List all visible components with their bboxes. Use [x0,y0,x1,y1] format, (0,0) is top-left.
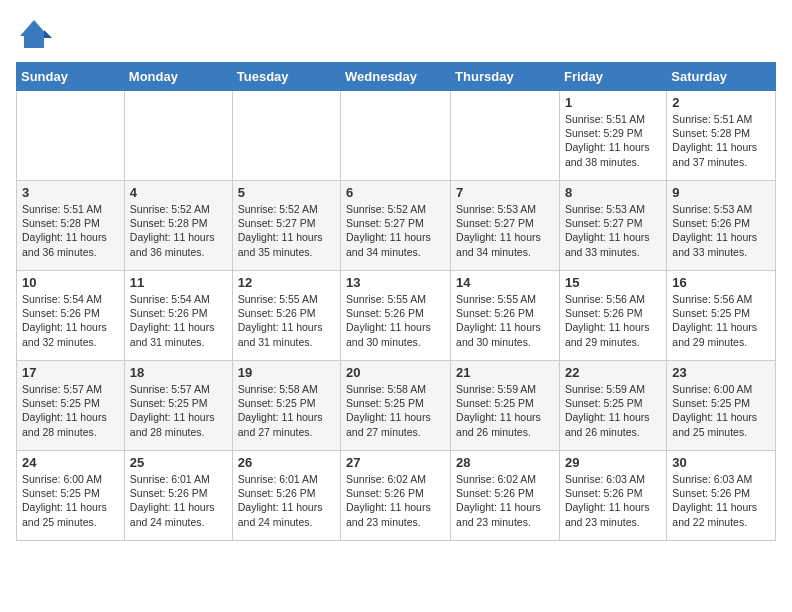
day-number: 18 [130,365,227,380]
day-info: Sunrise: 6:02 AM Sunset: 5:26 PM Dayligh… [456,472,554,529]
logo [16,16,56,52]
week-row-1: 1Sunrise: 5:51 AM Sunset: 5:29 PM Daylig… [17,91,776,181]
calendar-cell: 27Sunrise: 6:02 AM Sunset: 5:26 PM Dayli… [341,451,451,541]
day-number: 30 [672,455,770,470]
calendar-cell: 11Sunrise: 5:54 AM Sunset: 5:26 PM Dayli… [124,271,232,361]
calendar-cell [232,91,340,181]
day-number: 6 [346,185,445,200]
day-number: 2 [672,95,770,110]
day-number: 4 [130,185,227,200]
calendar-cell: 30Sunrise: 6:03 AM Sunset: 5:26 PM Dayli… [667,451,776,541]
day-number: 5 [238,185,335,200]
day-info: Sunrise: 5:51 AM Sunset: 5:28 PM Dayligh… [22,202,119,259]
day-number: 23 [672,365,770,380]
day-info: Sunrise: 5:55 AM Sunset: 5:26 PM Dayligh… [238,292,335,349]
weekday-header-saturday: Saturday [667,63,776,91]
day-number: 16 [672,275,770,290]
day-info: Sunrise: 5:53 AM Sunset: 5:26 PM Dayligh… [672,202,770,259]
calendar-body: 1Sunrise: 5:51 AM Sunset: 5:29 PM Daylig… [17,91,776,541]
day-number: 24 [22,455,119,470]
day-info: Sunrise: 5:58 AM Sunset: 5:25 PM Dayligh… [238,382,335,439]
calendar-cell: 16Sunrise: 5:56 AM Sunset: 5:25 PM Dayli… [667,271,776,361]
weekday-header-tuesday: Tuesday [232,63,340,91]
week-row-2: 3Sunrise: 5:51 AM Sunset: 5:28 PM Daylig… [17,181,776,271]
calendar-cell: 3Sunrise: 5:51 AM Sunset: 5:28 PM Daylig… [17,181,125,271]
calendar-cell: 1Sunrise: 5:51 AM Sunset: 5:29 PM Daylig… [559,91,666,181]
week-row-3: 10Sunrise: 5:54 AM Sunset: 5:26 PM Dayli… [17,271,776,361]
calendar-cell: 23Sunrise: 6:00 AM Sunset: 5:25 PM Dayli… [667,361,776,451]
day-info: Sunrise: 5:53 AM Sunset: 5:27 PM Dayligh… [565,202,661,259]
logo-icon [16,16,52,52]
calendar-cell: 18Sunrise: 5:57 AM Sunset: 5:25 PM Dayli… [124,361,232,451]
calendar-cell: 13Sunrise: 5:55 AM Sunset: 5:26 PM Dayli… [341,271,451,361]
day-number: 10 [22,275,119,290]
day-info: Sunrise: 5:57 AM Sunset: 5:25 PM Dayligh… [22,382,119,439]
day-number: 7 [456,185,554,200]
calendar-cell: 2Sunrise: 5:51 AM Sunset: 5:28 PM Daylig… [667,91,776,181]
day-number: 17 [22,365,119,380]
svg-marker-0 [20,20,48,48]
day-info: Sunrise: 5:59 AM Sunset: 5:25 PM Dayligh… [565,382,661,439]
day-info: Sunrise: 5:56 AM Sunset: 5:26 PM Dayligh… [565,292,661,349]
day-info: Sunrise: 5:54 AM Sunset: 5:26 PM Dayligh… [130,292,227,349]
day-number: 12 [238,275,335,290]
day-info: Sunrise: 5:56 AM Sunset: 5:25 PM Dayligh… [672,292,770,349]
calendar-cell [124,91,232,181]
day-info: Sunrise: 6:00 AM Sunset: 5:25 PM Dayligh… [22,472,119,529]
week-row-5: 24Sunrise: 6:00 AM Sunset: 5:25 PM Dayli… [17,451,776,541]
week-row-4: 17Sunrise: 5:57 AM Sunset: 5:25 PM Dayli… [17,361,776,451]
day-info: Sunrise: 6:01 AM Sunset: 5:26 PM Dayligh… [238,472,335,529]
day-number: 3 [22,185,119,200]
calendar-cell: 28Sunrise: 6:02 AM Sunset: 5:26 PM Dayli… [451,451,560,541]
calendar-cell: 8Sunrise: 5:53 AM Sunset: 5:27 PM Daylig… [559,181,666,271]
calendar-cell: 25Sunrise: 6:01 AM Sunset: 5:26 PM Dayli… [124,451,232,541]
day-number: 26 [238,455,335,470]
day-number: 11 [130,275,227,290]
calendar-cell: 22Sunrise: 5:59 AM Sunset: 5:25 PM Dayli… [559,361,666,451]
day-info: Sunrise: 5:53 AM Sunset: 5:27 PM Dayligh… [456,202,554,259]
weekday-header-thursday: Thursday [451,63,560,91]
day-info: Sunrise: 6:01 AM Sunset: 5:26 PM Dayligh… [130,472,227,529]
weekday-header-wednesday: Wednesday [341,63,451,91]
calendar-cell: 12Sunrise: 5:55 AM Sunset: 5:26 PM Dayli… [232,271,340,361]
day-number: 20 [346,365,445,380]
calendar-cell: 6Sunrise: 5:52 AM Sunset: 5:27 PM Daylig… [341,181,451,271]
weekday-header-friday: Friday [559,63,666,91]
day-number: 9 [672,185,770,200]
day-info: Sunrise: 5:54 AM Sunset: 5:26 PM Dayligh… [22,292,119,349]
day-number: 14 [456,275,554,290]
calendar-cell: 17Sunrise: 5:57 AM Sunset: 5:25 PM Dayli… [17,361,125,451]
day-info: Sunrise: 5:57 AM Sunset: 5:25 PM Dayligh… [130,382,227,439]
day-number: 25 [130,455,227,470]
day-info: Sunrise: 5:59 AM Sunset: 5:25 PM Dayligh… [456,382,554,439]
day-info: Sunrise: 5:55 AM Sunset: 5:26 PM Dayligh… [456,292,554,349]
calendar-cell: 20Sunrise: 5:58 AM Sunset: 5:25 PM Dayli… [341,361,451,451]
day-info: Sunrise: 6:03 AM Sunset: 5:26 PM Dayligh… [565,472,661,529]
day-info: Sunrise: 5:55 AM Sunset: 5:26 PM Dayligh… [346,292,445,349]
calendar-cell: 15Sunrise: 5:56 AM Sunset: 5:26 PM Dayli… [559,271,666,361]
calendar-cell [451,91,560,181]
weekday-header-row: SundayMondayTuesdayWednesdayThursdayFrid… [17,63,776,91]
day-info: Sunrise: 6:03 AM Sunset: 5:26 PM Dayligh… [672,472,770,529]
calendar-cell: 26Sunrise: 6:01 AM Sunset: 5:26 PM Dayli… [232,451,340,541]
calendar-cell: 24Sunrise: 6:00 AM Sunset: 5:25 PM Dayli… [17,451,125,541]
day-number: 29 [565,455,661,470]
day-number: 27 [346,455,445,470]
calendar-cell: 7Sunrise: 5:53 AM Sunset: 5:27 PM Daylig… [451,181,560,271]
svg-marker-1 [44,30,52,38]
day-number: 15 [565,275,661,290]
day-info: Sunrise: 5:51 AM Sunset: 5:28 PM Dayligh… [672,112,770,169]
calendar-cell [17,91,125,181]
calendar-table: SundayMondayTuesdayWednesdayThursdayFrid… [16,62,776,541]
calendar-header: SundayMondayTuesdayWednesdayThursdayFrid… [17,63,776,91]
day-number: 21 [456,365,554,380]
weekday-header-sunday: Sunday [17,63,125,91]
day-info: Sunrise: 5:52 AM Sunset: 5:27 PM Dayligh… [238,202,335,259]
day-number: 1 [565,95,661,110]
calendar-cell: 5Sunrise: 5:52 AM Sunset: 5:27 PM Daylig… [232,181,340,271]
calendar-cell: 9Sunrise: 5:53 AM Sunset: 5:26 PM Daylig… [667,181,776,271]
calendar-cell: 21Sunrise: 5:59 AM Sunset: 5:25 PM Dayli… [451,361,560,451]
weekday-header-monday: Monday [124,63,232,91]
calendar-cell: 19Sunrise: 5:58 AM Sunset: 5:25 PM Dayli… [232,361,340,451]
day-number: 22 [565,365,661,380]
